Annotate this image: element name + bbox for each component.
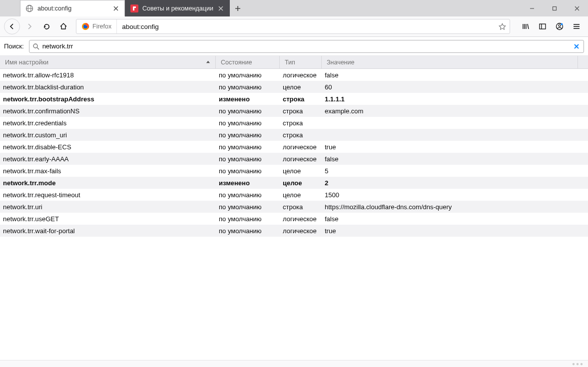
pref-row[interactable]: network.trr.custom_uriпо умолчаниюстрока: [0, 129, 588, 141]
pref-value: false: [322, 215, 588, 223]
svg-point-10: [559, 24, 561, 26]
account-icon[interactable]: [552, 19, 567, 34]
pref-row[interactable]: network.trr.useGETпо умолчаниюлогическое…: [0, 213, 588, 225]
search-label: Поиск:: [4, 42, 24, 50]
column-header-name[interactable]: Имя настройки: [0, 56, 216, 68]
pref-name: network.trr.wait-for-portal: [0, 227, 216, 235]
pref-status: по умолчанию: [216, 143, 280, 151]
address-input[interactable]: [117, 23, 495, 30]
column-header-type[interactable]: Тип: [280, 56, 322, 68]
pref-name: network.trr.uri: [0, 203, 216, 211]
pref-row[interactable]: network.trr.credentialsпо умолчаниюстрок…: [0, 117, 588, 129]
pref-type: строка: [280, 119, 322, 127]
pref-value: 2: [322, 179, 588, 187]
pref-type: строка: [280, 203, 322, 211]
search-icon: [32, 43, 39, 50]
pref-value: example.com: [322, 107, 588, 115]
pref-value: 5: [322, 167, 588, 175]
navigation-toolbar: Firefox: [0, 16, 588, 37]
column-label: Тип: [285, 59, 295, 66]
site-favicon: [130, 4, 138, 12]
pref-status: изменено: [216, 179, 280, 187]
pref-row[interactable]: network.trr.early-AAAAпо умолчаниюлогиче…: [0, 153, 588, 165]
forward-button[interactable]: [22, 19, 37, 34]
column-header-value[interactable]: Значение: [322, 56, 578, 68]
menu-icon[interactable]: [569, 19, 584, 34]
pref-row[interactable]: network.trr.request-timeoutпо умолчаниюц…: [0, 189, 588, 201]
pref-type: целое: [280, 179, 322, 187]
pref-value: 1500: [322, 191, 588, 199]
pref-row[interactable]: network.trr.allow-rfc1918по умолчаниюлог…: [0, 69, 588, 81]
pref-row[interactable]: network.trr.max-failsпо умолчаниюцелое5: [0, 165, 588, 177]
pref-status: по умолчанию: [216, 131, 280, 139]
pref-status: по умолчанию: [216, 227, 280, 235]
pref-type: строка: [280, 107, 322, 115]
svg-point-12: [33, 44, 37, 48]
pref-value: true: [322, 227, 588, 235]
config-search-box[interactable]: [29, 40, 584, 53]
column-picker-icon[interactable]: [578, 56, 588, 68]
titlebar-drag-region[interactable]: [246, 0, 521, 16]
window-controls: [521, 0, 588, 16]
close-icon[interactable]: [112, 5, 119, 12]
minimize-button[interactable]: [521, 0, 543, 16]
sidebar-icon[interactable]: [535, 19, 550, 34]
svg-point-11: [561, 23, 563, 25]
bookmark-star-icon[interactable]: [495, 23, 510, 30]
pref-value: https://mozilla.cloudflare-dns.com/dns-q…: [322, 203, 588, 211]
maximize-button[interactable]: [543, 0, 566, 16]
pref-status: по умолчанию: [216, 71, 280, 79]
close-window-button[interactable]: [566, 0, 588, 16]
pref-row[interactable]: network.trr.modeизмененоцелое2: [0, 177, 588, 189]
pref-row[interactable]: network.trr.blacklist-durationпо умолчан…: [0, 81, 588, 93]
column-label: Состояние: [221, 59, 252, 66]
pref-type: логическое: [280, 155, 322, 163]
close-icon[interactable]: [217, 5, 224, 12]
reload-button[interactable]: [39, 19, 54, 34]
home-button[interactable]: [56, 19, 71, 34]
svg-line-13: [37, 47, 39, 49]
pref-value: 60: [322, 83, 588, 91]
tab-about-config[interactable]: about:config: [20, 0, 125, 16]
pref-name: network.trr.disable-ECS: [0, 143, 216, 151]
pref-type: строка: [280, 131, 322, 139]
config-search-row: Поиск:: [0, 37, 588, 56]
pref-type: строка: [280, 95, 322, 103]
pref-type: целое: [280, 167, 322, 175]
tab-tips[interactable]: Советы и рекомендации: [125, 0, 230, 16]
pref-status: изменено: [216, 95, 280, 103]
sort-asc-icon: [206, 60, 210, 64]
pref-type: целое: [280, 83, 322, 91]
pref-name: network.trr.bootstrapAddress: [0, 95, 216, 103]
pref-type: логическое: [280, 71, 322, 79]
clear-search-icon[interactable]: [573, 42, 581, 50]
pref-row[interactable]: network.trr.wait-for-portalпо умолчаниюл…: [0, 225, 588, 237]
pref-row[interactable]: network.trr.uriпо умолчаниюстрокаhttps:/…: [0, 201, 588, 213]
pref-name: network.trr.useGET: [0, 215, 216, 223]
pref-row[interactable]: network.trr.bootstrapAddressизмененостро…: [0, 93, 588, 105]
pref-value: 1.1.1.1: [322, 95, 588, 103]
pref-row[interactable]: network.trr.disable-ECSпо умолчаниюлогич…: [0, 141, 588, 153]
pref-name: network.trr.confirmationNS: [0, 107, 216, 115]
identity-box[interactable]: Firefox: [76, 19, 117, 33]
pref-type: логическое: [280, 215, 322, 223]
pref-name: network.trr.allow-rfc1918: [0, 71, 216, 79]
back-button[interactable]: [4, 18, 20, 34]
pref-status: по умолчанию: [216, 203, 280, 211]
column-header-status[interactable]: Состояние: [216, 56, 280, 68]
pref-type: целое: [280, 191, 322, 199]
new-tab-button[interactable]: [230, 0, 246, 16]
pref-row[interactable]: network.trr.confirmationNSпо умолчаниюст…: [0, 105, 588, 117]
url-bar[interactable]: Firefox: [76, 19, 510, 34]
pref-name: network.trr.custom_uri: [0, 131, 216, 139]
config-search-input[interactable]: [42, 42, 573, 50]
library-icon[interactable]: [518, 19, 533, 34]
column-label: Имя настройки: [5, 59, 48, 66]
tab-strip: about:config Советы и рекомендации: [0, 0, 246, 16]
globe-icon: [25, 4, 33, 12]
pref-type: логическое: [280, 227, 322, 235]
pref-name: network.trr.credentials: [0, 119, 216, 127]
toolbar-right-icons: [518, 19, 584, 34]
window-titlebar: about:config Советы и рекомендации: [0, 0, 588, 16]
pref-status: по умолчанию: [216, 119, 280, 127]
